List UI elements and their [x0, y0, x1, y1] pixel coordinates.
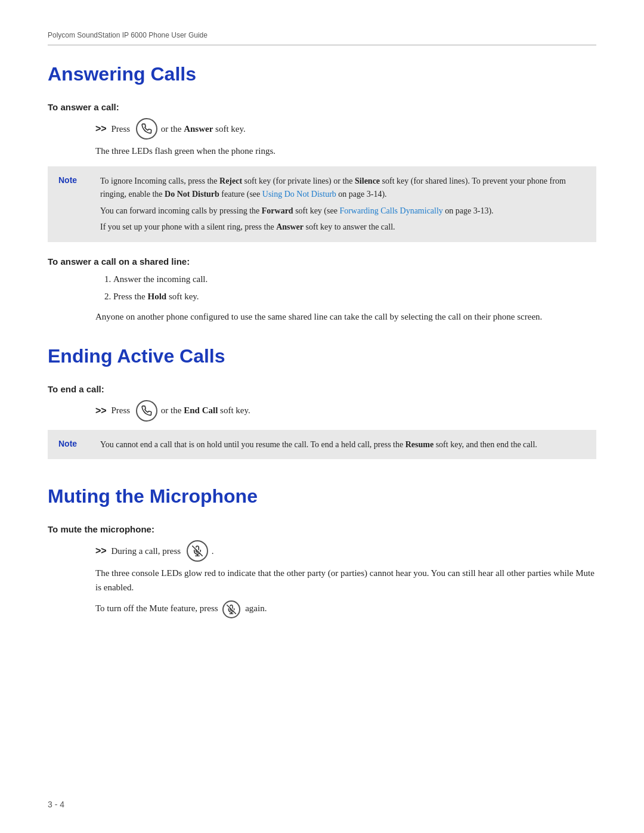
page-number: 3 - 4 [48, 800, 64, 809]
note-label: Note [58, 175, 94, 234]
step-text-during-call: During a call, press [109, 546, 183, 556]
note-box-answer: Note To ignore Incoming calls, press the… [48, 166, 596, 242]
phone-icon-end [136, 400, 157, 422]
link-using-dnd[interactable]: Using Do Not Disturb [262, 190, 336, 199]
step-text-or: or the Answer soft key. [161, 124, 246, 134]
page-header: Polycom SoundStation IP 6000 Phone User … [48, 30, 596, 45]
step-text-press: Press [109, 124, 132, 134]
step-arrow-end: >> [95, 405, 107, 416]
link-forwarding-calls[interactable]: Forwarding Calls Dynamically [339, 206, 442, 215]
note-content-end: You cannot end a call that is on hold un… [100, 438, 537, 451]
answer-leds-text: The three LEDs flash green when the phon… [95, 144, 596, 158]
note-box-end-call: Note You cannot end a call that is on ho… [48, 430, 596, 460]
note-paragraph-2: You can forward incoming calls by pressi… [100, 205, 586, 218]
section-muting-microphone: Muting the Microphone To mute the microp… [48, 485, 596, 618]
step-arrow: >> [95, 123, 107, 134]
shared-line-steps: Answer the incoming call. Press the Hold… [113, 272, 596, 304]
mute-leds-text: The three console LEDs glow red to indic… [95, 566, 596, 594]
section-answering-calls: Answering Calls To answer a call: >> Pre… [48, 63, 596, 324]
subsection-end-a-call: To end a call: >> Press or the End Call … [48, 384, 596, 460]
mute-icon-again [222, 600, 240, 618]
header-text: Polycom SoundStation IP 6000 Phone User … [48, 31, 208, 39]
page: Polycom SoundStation IP 6000 Phone User … [0, 0, 644, 833]
note-paragraph-end: You cannot end a call that is on hold un… [100, 438, 537, 451]
step-mute: >> During a call, press . [95, 540, 596, 562]
mute-icon [187, 540, 208, 562]
note-paragraph-3: If you set up your phone with a silent r… [100, 221, 586, 234]
step-arrow-mute: >> [95, 546, 107, 556]
procedure-label-answer-call: To answer a call: [48, 102, 596, 112]
section-title-muting: Muting the Microphone [48, 485, 596, 507]
section-ending-active-calls: Ending Active Calls To end a call: >> Pr… [48, 345, 596, 460]
step-text-press-end: Press [109, 405, 132, 416]
shared-line-static-text: Anyone on another phone configured to us… [95, 310, 596, 324]
step-text-period: . [212, 546, 214, 556]
subsection-answer-a-call: To answer a call: >> Press or the Answer… [48, 102, 596, 242]
mute-turn-off-text: To turn off the Mute feature, press agai… [95, 600, 596, 618]
phone-icon-answer [136, 118, 157, 140]
list-item-2: Press the Hold soft key. [113, 290, 596, 304]
note-paragraph-1: To ignore Incoming calls, press the Reje… [100, 175, 586, 200]
step-answer-call: >> Press or the Answer soft key. [95, 118, 596, 140]
procedure-label-end-call: To end a call: [48, 384, 596, 394]
section-title-ending-calls: Ending Active Calls [48, 345, 596, 367]
procedure-label-mute: To mute the microphone: [48, 524, 596, 534]
step-end-call: >> Press or the End Call soft key. [95, 400, 596, 422]
bold-answer: Answer [184, 124, 213, 134]
procedure-label-shared-line: To answer a call on a shared line: [48, 256, 596, 267]
list-item-1: Answer the incoming call. [113, 272, 596, 286]
step-text-or-end: or the End Call soft key. [161, 405, 250, 416]
subsection-answer-shared-line: To answer a call on a shared line: Answe… [48, 256, 596, 324]
note-content-answer: To ignore Incoming calls, press the Reje… [100, 175, 586, 234]
subsection-mute-microphone: To mute the microphone: >> During a call… [48, 524, 596, 618]
note-label-end: Note [58, 438, 94, 451]
section-title-answering-calls: Answering Calls [48, 63, 596, 85]
